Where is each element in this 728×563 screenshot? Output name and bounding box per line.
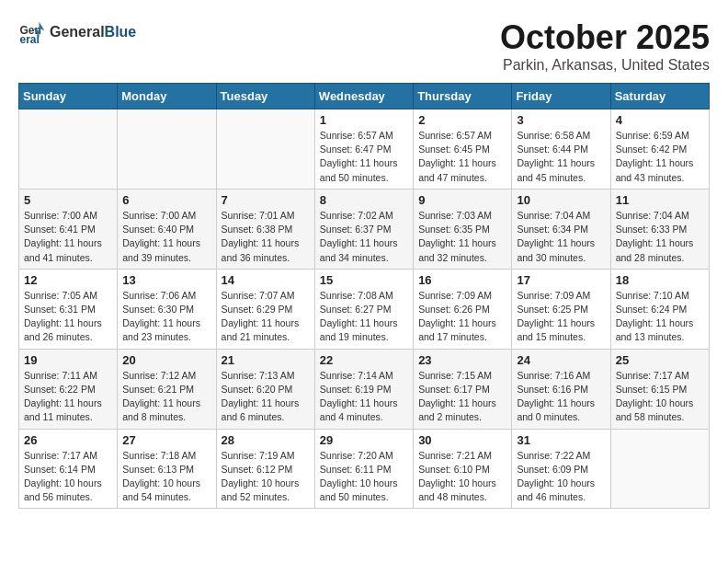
week-row-2: 5Sunrise: 7:00 AM Sunset: 6:41 PM Daylig…	[19, 189, 710, 269]
day-number: 6	[122, 193, 210, 207]
day-number: 2	[418, 113, 506, 127]
weekday-header-friday: Friday	[512, 84, 610, 109]
calendar-cell: 26Sunrise: 7:17 AM Sunset: 6:14 PM Dayli…	[19, 429, 118, 509]
day-info: Sunrise: 7:10 AM Sunset: 6:24 PM Dayligh…	[616, 289, 704, 345]
weekday-header-sunday: Sunday	[19, 84, 118, 109]
day-info: Sunrise: 7:08 AM Sunset: 6:27 PM Dayligh…	[320, 289, 408, 345]
calendar-cell: 2Sunrise: 6:57 AM Sunset: 6:45 PM Daylig…	[414, 109, 512, 190]
day-number: 26	[24, 433, 112, 447]
day-info: Sunrise: 7:06 AM Sunset: 6:30 PM Dayligh…	[122, 289, 210, 345]
calendar-cell: 1Sunrise: 6:57 AM Sunset: 6:47 PM Daylig…	[314, 109, 413, 190]
calendar-cell: 5Sunrise: 7:00 AM Sunset: 6:41 PM Daylig…	[19, 189, 118, 269]
calendar-cell: 25Sunrise: 7:17 AM Sunset: 6:15 PM Dayli…	[610, 349, 709, 429]
day-number: 16	[418, 273, 506, 287]
day-info: Sunrise: 7:18 AM Sunset: 6:13 PM Dayligh…	[122, 449, 210, 505]
month-title: October 2025	[500, 18, 710, 57]
week-row-3: 12Sunrise: 7:05 AM Sunset: 6:31 PM Dayli…	[19, 269, 710, 349]
day-number: 3	[517, 113, 605, 127]
calendar-cell: 12Sunrise: 7:05 AM Sunset: 6:31 PM Dayli…	[19, 269, 118, 349]
logo-icon: Gen eral	[18, 18, 46, 46]
weekday-header-thursday: Thursday	[414, 84, 512, 109]
day-number: 21	[222, 353, 310, 367]
calendar-cell: 11Sunrise: 7:04 AM Sunset: 6:33 PM Dayli…	[610, 189, 709, 269]
weekday-header-tuesday: Tuesday	[216, 84, 314, 109]
day-number: 25	[616, 353, 704, 367]
day-info: Sunrise: 6:59 AM Sunset: 6:42 PM Dayligh…	[616, 129, 704, 185]
day-info: Sunrise: 6:57 AM Sunset: 6:45 PM Dayligh…	[418, 129, 506, 185]
calendar-cell	[118, 109, 216, 190]
weekday-header-saturday: Saturday	[610, 84, 709, 109]
weekday-header-row: SundayMondayTuesdayWednesdayThursdayFrid…	[19, 84, 710, 109]
calendar-cell: 14Sunrise: 7:07 AM Sunset: 6:29 PM Dayli…	[216, 269, 314, 349]
day-info: Sunrise: 7:17 AM Sunset: 6:15 PM Dayligh…	[616, 369, 704, 425]
day-number: 19	[24, 353, 112, 367]
week-row-4: 19Sunrise: 7:11 AM Sunset: 6:22 PM Dayli…	[19, 349, 710, 429]
calendar-cell: 16Sunrise: 7:09 AM Sunset: 6:26 PM Dayli…	[414, 269, 512, 349]
day-info: Sunrise: 7:05 AM Sunset: 6:31 PM Dayligh…	[24, 289, 112, 345]
location-title: Parkin, Arkansas, United States	[500, 57, 710, 74]
day-info: Sunrise: 7:12 AM Sunset: 6:21 PM Dayligh…	[122, 369, 210, 425]
day-number: 11	[616, 193, 704, 207]
day-number: 1	[320, 113, 408, 127]
day-number: 13	[122, 273, 210, 287]
day-number: 22	[320, 353, 408, 367]
day-number: 31	[517, 433, 605, 447]
day-info: Sunrise: 7:19 AM Sunset: 6:12 PM Dayligh…	[222, 449, 310, 505]
calendar-cell: 10Sunrise: 7:04 AM Sunset: 6:34 PM Dayli…	[512, 189, 610, 269]
day-info: Sunrise: 7:22 AM Sunset: 6:09 PM Dayligh…	[517, 449, 605, 505]
day-info: Sunrise: 7:15 AM Sunset: 6:17 PM Dayligh…	[418, 369, 506, 425]
title-block: October 2025 Parkin, Arkansas, United St…	[500, 18, 710, 74]
calendar-cell: 24Sunrise: 7:16 AM Sunset: 6:16 PM Dayli…	[512, 349, 610, 429]
calendar-table: SundayMondayTuesdayWednesdayThursdayFrid…	[18, 83, 710, 509]
calendar-cell: 23Sunrise: 7:15 AM Sunset: 6:17 PM Dayli…	[414, 349, 512, 429]
calendar-cell: 7Sunrise: 7:01 AM Sunset: 6:38 PM Daylig…	[216, 189, 314, 269]
calendar-cell: 15Sunrise: 7:08 AM Sunset: 6:27 PM Dayli…	[314, 269, 413, 349]
day-info: Sunrise: 7:14 AM Sunset: 6:19 PM Dayligh…	[320, 369, 408, 425]
day-number: 18	[616, 273, 704, 287]
calendar-cell: 20Sunrise: 7:12 AM Sunset: 6:21 PM Dayli…	[118, 349, 216, 429]
day-info: Sunrise: 7:00 AM Sunset: 6:41 PM Dayligh…	[24, 209, 112, 265]
day-number: 27	[122, 433, 210, 447]
day-info: Sunrise: 6:58 AM Sunset: 6:44 PM Dayligh…	[517, 129, 605, 185]
day-number: 9	[418, 193, 506, 207]
day-number: 8	[320, 193, 408, 207]
day-info: Sunrise: 7:21 AM Sunset: 6:10 PM Dayligh…	[418, 449, 506, 505]
calendar-cell: 28Sunrise: 7:19 AM Sunset: 6:12 PM Dayli…	[216, 429, 314, 509]
calendar-cell: 30Sunrise: 7:21 AM Sunset: 6:10 PM Dayli…	[414, 429, 512, 509]
calendar-cell: 29Sunrise: 7:20 AM Sunset: 6:11 PM Dayli…	[314, 429, 413, 509]
day-info: Sunrise: 7:16 AM Sunset: 6:16 PM Dayligh…	[517, 369, 605, 425]
day-number: 23	[418, 353, 506, 367]
day-number: 20	[122, 353, 210, 367]
day-info: Sunrise: 7:04 AM Sunset: 6:33 PM Dayligh…	[616, 209, 704, 265]
day-info: Sunrise: 7:01 AM Sunset: 6:38 PM Dayligh…	[222, 209, 310, 265]
day-number: 5	[24, 193, 112, 207]
day-number: 24	[517, 353, 605, 367]
weekday-header-monday: Monday	[118, 84, 216, 109]
calendar-cell: 8Sunrise: 7:02 AM Sunset: 6:37 PM Daylig…	[314, 189, 413, 269]
calendar-cell: 19Sunrise: 7:11 AM Sunset: 6:22 PM Dayli…	[19, 349, 118, 429]
svg-text:eral: eral	[20, 33, 40, 46]
day-info: Sunrise: 6:57 AM Sunset: 6:47 PM Dayligh…	[320, 129, 408, 185]
calendar-cell	[19, 109, 118, 190]
week-row-5: 26Sunrise: 7:17 AM Sunset: 6:14 PM Dayli…	[19, 429, 710, 509]
calendar-cell: 21Sunrise: 7:13 AM Sunset: 6:20 PM Dayli…	[216, 349, 314, 429]
day-info: Sunrise: 7:20 AM Sunset: 6:11 PM Dayligh…	[320, 449, 408, 505]
day-number: 7	[222, 193, 310, 207]
calendar-cell: 18Sunrise: 7:10 AM Sunset: 6:24 PM Dayli…	[610, 269, 709, 349]
day-info: Sunrise: 7:11 AM Sunset: 6:22 PM Dayligh…	[24, 369, 112, 425]
logo-general: General	[50, 24, 105, 40]
weekday-header-wednesday: Wednesday	[314, 84, 413, 109]
calendar-cell: 27Sunrise: 7:18 AM Sunset: 6:13 PM Dayli…	[118, 429, 216, 509]
calendar-cell: 22Sunrise: 7:14 AM Sunset: 6:19 PM Dayli…	[314, 349, 413, 429]
calendar-cell	[610, 429, 709, 509]
day-info: Sunrise: 7:09 AM Sunset: 6:26 PM Dayligh…	[418, 289, 506, 345]
day-info: Sunrise: 7:17 AM Sunset: 6:14 PM Dayligh…	[24, 449, 112, 505]
day-number: 17	[517, 273, 605, 287]
calendar-cell: 4Sunrise: 6:59 AM Sunset: 6:42 PM Daylig…	[610, 109, 709, 190]
calendar-cell: 6Sunrise: 7:00 AM Sunset: 6:40 PM Daylig…	[118, 189, 216, 269]
day-info: Sunrise: 7:02 AM Sunset: 6:37 PM Dayligh…	[320, 209, 408, 265]
day-number: 4	[616, 113, 704, 127]
day-info: Sunrise: 7:09 AM Sunset: 6:25 PM Dayligh…	[517, 289, 605, 345]
day-number: 12	[24, 273, 112, 287]
logo: Gen eral GeneralBlue	[18, 18, 136, 46]
